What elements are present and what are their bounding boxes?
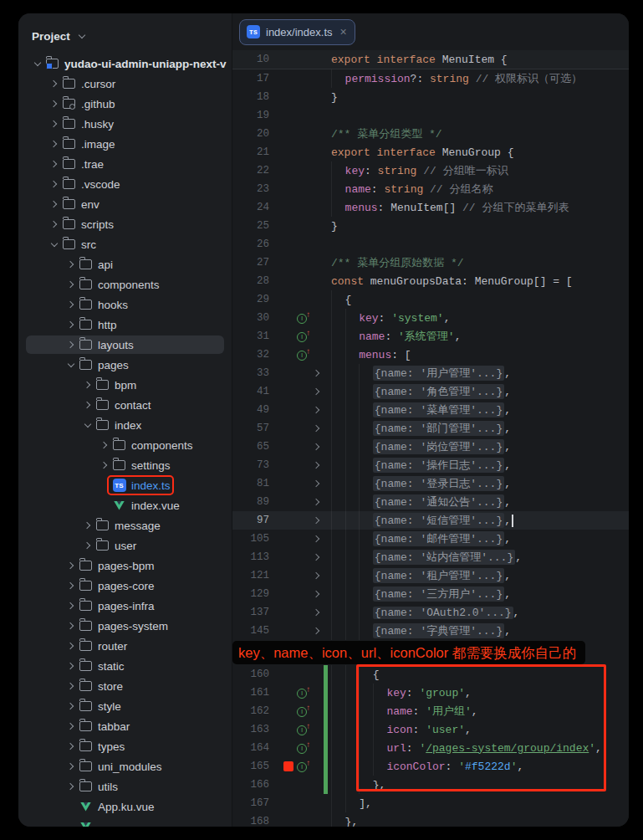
folded-region[interactable]: {name: 'OAuth2.0'...} (373, 607, 513, 619)
i18n-hint-icon[interactable]: I↑ (297, 742, 309, 754)
fold-chevron-icon[interactable] (309, 389, 324, 394)
folded-region[interactable]: {name: '邮件管理'...} (373, 531, 504, 546)
folded-region[interactable]: {name: '角色管理'...} (373, 384, 504, 399)
url-link[interactable]: /pages-system/group/index (426, 742, 589, 755)
folded-region[interactable]: {name: '登录日志'...} (373, 476, 504, 491)
chevron-down-icon[interactable] (65, 359, 77, 371)
chevron-right-icon[interactable] (65, 299, 77, 310)
i18n-hint-icon[interactable]: I↑ (297, 312, 309, 324)
code-line-164[interactable]: 164I↑url: '/pages-system/group/index', (232, 739, 629, 757)
code-line-145[interactable]: 145{name: '字典管理'...}, (232, 622, 629, 640)
chevron-right-icon[interactable] (65, 580, 77, 592)
tree-item-store[interactable]: store (18, 676, 232, 696)
chevron-right-icon[interactable] (48, 118, 60, 130)
tree-item-partial[interactable] (18, 817, 232, 827)
tree-item-router[interactable]: router (18, 636, 232, 656)
code-line-166[interactable]: 166}, (232, 776, 629, 794)
code-line-137[interactable]: 137{name: 'OAuth2.0'...}, (232, 603, 629, 622)
chevron-down-icon[interactable] (32, 58, 43, 69)
fold-chevron-icon[interactable] (309, 610, 324, 615)
folded-region[interactable]: {name: '租户管理'...} (373, 568, 504, 583)
tab-index-ts[interactable]: TS index/index.ts × (239, 19, 355, 45)
code-line-89[interactable]: 89{name: '通知公告'...}, (232, 493, 629, 511)
fold-chevron-icon[interactable] (309, 481, 324, 486)
code-line-29[interactable]: 29{ (232, 290, 629, 309)
code-line-73[interactable]: 73{name: '操作日志'...}, (232, 456, 629, 474)
code-line-160[interactable]: 160{ (232, 665, 629, 684)
code-line-27[interactable]: 27/** 菜单分组原始数据 */ (232, 254, 629, 272)
tree-item-.image[interactable]: .image (18, 134, 232, 154)
chevron-right-icon[interactable] (99, 459, 110, 471)
code-line-167[interactable]: 167], (232, 794, 629, 812)
folded-region[interactable]: {name: '用户管理'...} (373, 366, 504, 381)
tree-item-.github[interactable]: .github (18, 94, 232, 114)
folded-region[interactable]: {name: '短信管理'...} (373, 513, 504, 528)
code-line-10[interactable]: 10export interface MenuItem { (232, 50, 629, 69)
chevron-right-icon[interactable] (65, 740, 77, 752)
tree-item-static[interactable]: static (18, 656, 232, 676)
tree-item-message[interactable]: message (18, 515, 232, 535)
fold-chevron-icon[interactable] (309, 592, 324, 597)
code-line-65[interactable]: 65{name: '岗位管理'...}, (232, 438, 629, 456)
color-swatch-icon[interactable] (283, 761, 293, 771)
chevron-right-icon[interactable] (48, 178, 60, 190)
i18n-hint-icon[interactable]: I↑ (297, 349, 309, 361)
i18n-hint-icon[interactable]: I↑ (297, 724, 309, 735)
folded-region[interactable]: {name: '岗位管理'...} (373, 439, 504, 454)
chevron-right-icon[interactable] (65, 279, 77, 290)
folded-region[interactable]: {name: '字典管理'...} (373, 623, 504, 638)
tree-item-env[interactable]: env (18, 194, 232, 214)
folded-region[interactable]: {name: '菜单管理'...} (373, 402, 504, 417)
tree-item-utils[interactable]: utils (18, 776, 232, 796)
chevron-right-icon[interactable] (48, 98, 60, 110)
code-line-20[interactable]: 20/** 菜单分组类型 */ (232, 125, 629, 143)
chevron-right-icon[interactable] (48, 78, 60, 90)
code-line-113[interactable]: 113{name: '站内信管理'...}, (232, 548, 629, 566)
chevron-right-icon[interactable] (65, 319, 77, 330)
tree-item-index[interactable]: index (18, 415, 232, 435)
code-line-105[interactable]: 105{name: '邮件管理'...}, (232, 530, 629, 548)
chevron-right-icon[interactable] (82, 540, 94, 551)
folded-region[interactable]: {name: '部门管理'...} (373, 421, 504, 436)
code-line-97[interactable]: 97{name: '短信管理'...}, (232, 511, 629, 530)
chevron-right-icon[interactable] (48, 218, 60, 230)
code-line-19[interactable]: 19 (232, 106, 629, 125)
tree-item-types[interactable]: types (18, 736, 232, 756)
code-line-129[interactable]: 129{name: '三方用户'...}, (232, 585, 629, 603)
fold-chevron-icon[interactable] (309, 573, 324, 578)
code-line-81[interactable]: 81{name: '登录日志'...}, (232, 474, 629, 493)
chevron-right-icon[interactable] (48, 198, 60, 210)
code-line-163[interactable]: 163I↑icon: 'user', (232, 720, 629, 739)
i18n-hint-icon[interactable]: I↑ (297, 705, 309, 717)
fold-chevron-icon[interactable] (309, 426, 324, 431)
folded-region[interactable]: {name: '操作日志'...} (373, 458, 504, 473)
tree-item-contact[interactable]: contact (18, 395, 232, 415)
chevron-right-icon[interactable] (65, 640, 77, 652)
chevron-right-icon[interactable] (48, 138, 60, 150)
tree-item-api[interactable]: api (18, 254, 232, 274)
code-area[interactable]: 17permission?: string // 权限标识（可选）18}1920… (232, 69, 629, 827)
tree-item-.husky[interactable]: .husky (18, 114, 232, 134)
code-line-162[interactable]: 162I↑name: '用户组', (232, 702, 629, 720)
i18n-hint-icon[interactable]: I↑ (297, 761, 309, 772)
code-line-49[interactable]: 49{name: '菜单管理'...}, (232, 401, 629, 419)
code-line-41[interactable]: 41{name: '角色管理'...}, (232, 382, 629, 401)
fold-chevron-icon[interactable] (309, 463, 324, 468)
code-line-18[interactable]: 18} (232, 88, 629, 106)
tree-item-uni_modules[interactable]: uni_modules (18, 756, 232, 776)
chevron-right-icon[interactable] (99, 439, 110, 451)
code-line-23[interactable]: 23name: string // 分组名称 (232, 180, 629, 198)
tree-item-index.ts[interactable]: TSindex.ts (18, 475, 232, 495)
tree-item-tabbar[interactable]: tabbar (18, 716, 232, 736)
chevron-right-icon[interactable] (65, 259, 77, 270)
tree-item-pages-system[interactable]: pages-system (18, 616, 232, 636)
tree-item-scripts[interactable]: scripts (18, 214, 232, 234)
tree-item-pages-infra[interactable]: pages-infra (18, 596, 232, 616)
code-line-17[interactable]: 17permission?: string // 权限标识（可选） (232, 69, 629, 88)
chevron-down-icon[interactable] (48, 238, 60, 250)
code-line-32[interactable]: 32I↑menus: [ (232, 346, 629, 364)
chevron-right-icon[interactable] (65, 560, 77, 571)
tree-item-pages[interactable]: pages (18, 355, 232, 375)
fold-chevron-icon[interactable] (309, 444, 324, 449)
tree-item-components[interactable]: components (18, 435, 232, 455)
